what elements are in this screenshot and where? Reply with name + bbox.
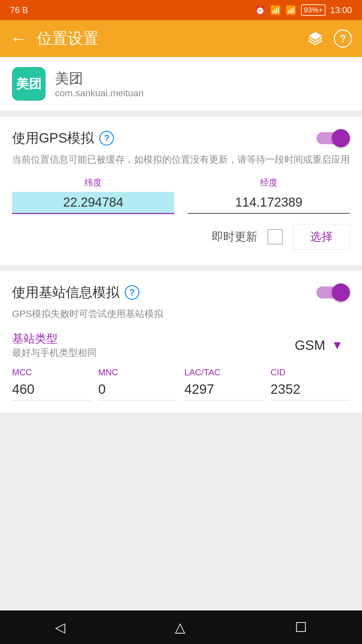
latitude-label: 纬度 — [12, 177, 174, 189]
lac-value[interactable]: 4297 — [184, 382, 264, 400]
mnc-value[interactable]: 0 — [98, 382, 178, 400]
gsm-dropdown[interactable]: GSM ▼ — [288, 334, 350, 356]
app-bar-actions: ? — [307, 30, 352, 48]
gps-toggle[interactable] — [316, 129, 350, 147]
base-section-desc: GPS模拟失败时可尝试使用基站模拟 — [12, 307, 350, 321]
mcc-label: MCC — [12, 367, 92, 378]
app-logo: 美团 — [12, 67, 46, 101]
signal-icon: 📶 — [286, 5, 296, 15]
base-station-section: 使用基站信息模拟 ? GPS模拟失败时可尝试使用基站模拟 基站类型 最好与手机类… — [0, 271, 362, 413]
help-button[interactable]: ? — [334, 30, 352, 48]
gps-toggle-thumb — [332, 129, 350, 147]
main-content: 美团 美团 com.sankuai.meituan 使用GPS模拟 ? 当前位置… — [0, 57, 362, 610]
wifi-icon: 📶 — [270, 5, 281, 15]
app-info-card: 美团 美团 com.sankuai.meituan — [0, 57, 362, 111]
nav-recent-button[interactable]: ☐ — [282, 613, 320, 642]
status-bar: 76 B ⏰ 📶 📶 93%+ 13:00 — [0, 0, 362, 20]
coordinate-row: 纬度 经度 — [12, 177, 350, 214]
gsm-value: GSM — [295, 338, 325, 353]
dropdown-arrow-icon: ▼ — [331, 338, 343, 352]
latitude-input[interactable] — [12, 192, 174, 214]
update-row: 即时更新 选择 — [12, 224, 350, 250]
gps-section: 使用GPS模拟 ? 当前位置信息可能已被缓存，如模拟的位置没有更新，请等待一段时… — [0, 117, 362, 265]
status-icons: ⏰ 📶 📶 93%+ 13:00 — [255, 4, 352, 16]
battery-indicator: 93%+ — [301, 4, 325, 16]
bottom-nav: ◁ △ ☐ — [0, 610, 362, 644]
gps-section-header: 使用GPS模拟 ? — [12, 129, 350, 147]
cid-field: CID 2352 — [270, 367, 350, 400]
page-title: 位置设置 — [37, 28, 297, 49]
gps-section-title: 使用GPS模拟 — [12, 129, 94, 147]
app-name: 美团 — [55, 69, 144, 88]
mcc-field: MCC 460 — [12, 367, 92, 400]
latitude-field: 纬度 — [12, 177, 174, 214]
nav-back-button[interactable]: ◁ — [42, 613, 79, 642]
lac-label: LAC/TAC — [184, 367, 264, 378]
layers-icon[interactable] — [307, 30, 324, 47]
gps-help-icon[interactable]: ? — [99, 131, 114, 146]
cid-label: CID — [270, 367, 350, 378]
back-button[interactable]: ← — [10, 29, 27, 48]
app-bar: ← 位置设置 ? — [0, 20, 362, 57]
cid-value[interactable]: 2352 — [270, 382, 350, 400]
app-package: com.sankuai.meituan — [55, 88, 144, 99]
app-info-text: 美团 com.sankuai.meituan — [55, 69, 144, 99]
base-help-icon[interactable]: ? — [125, 285, 139, 300]
time-display: 13:00 — [330, 5, 352, 15]
longitude-field: 经度 — [188, 177, 350, 214]
base-toggle-thumb — [332, 283, 350, 302]
mcc-value[interactable]: 460 — [12, 382, 92, 400]
select-button[interactable]: 选择 — [293, 224, 350, 250]
lac-field: LAC/TAC 4297 — [184, 367, 264, 400]
base-type-sub: 最好与手机类型相同 — [12, 346, 288, 359]
mnc-field: MNC 0 — [98, 367, 178, 400]
longitude-input[interactable] — [188, 192, 350, 214]
instant-update-checkbox[interactable] — [267, 229, 283, 245]
base-toggle[interactable] — [316, 283, 350, 302]
base-type-row: 基站类型 最好与手机类型相同 GSM ▼ — [12, 331, 350, 359]
base-type-label: 基站类型 — [12, 331, 288, 346]
base-section-title: 使用基站信息模拟 — [12, 283, 119, 302]
base-section-header: 使用基站信息模拟 ? — [12, 283, 350, 302]
mnc-label: MNC — [98, 367, 178, 378]
instant-update-label: 即时更新 — [212, 229, 257, 245]
gps-section-desc: 当前位置信息可能已被缓存，如模拟的位置没有更新，请等待一段时间或重启应用 — [12, 153, 350, 167]
longitude-label: 经度 — [188, 177, 350, 189]
data-usage: 76 B — [10, 5, 28, 15]
nav-home-button[interactable]: △ — [162, 613, 199, 642]
cell-info-row: MCC 460 MNC 0 LAC/TAC 4297 CID 2352 — [12, 367, 350, 400]
base-type-label-col: 基站类型 最好与手机类型相同 — [12, 331, 288, 359]
alarm-icon: ⏰ — [255, 5, 265, 15]
